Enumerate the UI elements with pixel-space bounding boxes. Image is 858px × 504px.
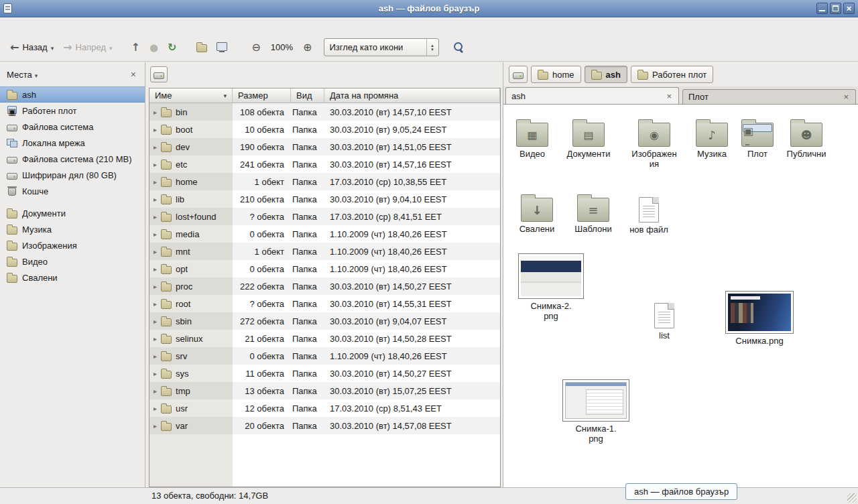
expander-icon[interactable] [154, 335, 157, 342]
sidebar-place-item[interactable]: Свалени [0, 269, 145, 286]
expander-icon[interactable] [154, 248, 157, 255]
combo-spinner-icon[interactable] [426, 39, 438, 56]
forward-history-caret-icon[interactable] [109, 42, 113, 52]
table-row[interactable]: etc 241 обекта Папка 30.03.2010 (вт) 14,… [149, 155, 500, 173]
table-row[interactable]: opt 0 обекта Папка 1.10.2009 (чт) 18,40,… [149, 260, 500, 277]
table-row[interactable]: usr 12 обекта Папка 17.03.2010 (ср) 8,51… [149, 399, 500, 417]
stop-button[interactable] [145, 38, 163, 58]
file-item[interactable]: Плот [731, 117, 784, 160]
file-item[interactable]: Снимка-1.png [561, 379, 631, 444]
file-item[interactable]: Видео [505, 117, 559, 160]
breadcrumb-button[interactable]: home [531, 66, 581, 83]
table-row[interactable]: dev 190 обекта Папка 30.03.2010 (вт) 14,… [149, 138, 500, 155]
expander-icon[interactable] [154, 161, 157, 168]
table-row[interactable]: var 20 обекта Папка 30.03.2010 (вт) 14,5… [149, 417, 500, 434]
table-row[interactable]: lost+found ? обекта Папка 17.03.2010 (ср… [149, 208, 500, 225]
file-item[interactable]: Изображения [627, 117, 681, 170]
tab-close-icon[interactable] [842, 92, 850, 101]
forward-button[interactable]: Напред [58, 37, 117, 58]
sidebar-place-item[interactable]: Документи [0, 205, 145, 221]
computer-button[interactable] [212, 38, 233, 56]
tab[interactable]: Плот [682, 89, 856, 104]
sidebar-place-item[interactable]: Работен плот [0, 103, 145, 119]
file-item[interactable]: Публични [780, 117, 833, 160]
table-row[interactable]: sys 11 обекта Папка 30.03.2010 (вт) 14,5… [149, 365, 500, 382]
root-crumb-button[interactable] [509, 66, 528, 83]
back-button[interactable]: Назад [5, 37, 58, 58]
expander-icon[interactable] [154, 143, 157, 151]
titlebar[interactable]: ash — файлов браузър [0, 0, 858, 17]
table-row[interactable]: root ? обекта Папка 30.03.2010 (вт) 14,5… [149, 295, 500, 312]
expander-icon[interactable] [154, 265, 157, 273]
sidebar-place-item[interactable]: Файлова система (210 MB) [0, 151, 145, 167]
sidebar-place-item[interactable]: Файлова система [0, 119, 145, 135]
tab-close-icon[interactable] [665, 92, 673, 101]
file-item[interactable]: нов файл [622, 193, 676, 235]
column-header-type[interactable]: Вид [291, 88, 324, 103]
table-row[interactable]: bin 108 обекта Папка 30.03.2010 (вт) 14,… [149, 103, 500, 121]
table-row[interactable]: mnt 1 обект Папка 1.10.2009 (чт) 18,40,2… [149, 243, 500, 260]
file-item[interactable]: Свалени [510, 192, 564, 235]
menu-item[interactable] [44, 23, 57, 27]
table-row[interactable]: srv 0 обекта Папка 1.10.2009 (чт) 18,40,… [149, 347, 500, 365]
sidebar-place-item[interactable]: Видео [0, 253, 145, 269]
table-row[interactable]: selinux 21 обекта Папка 30.03.2010 (вт) … [149, 330, 500, 347]
expander-icon[interactable] [154, 109, 157, 116]
table-row[interactable]: boot 10 обекта Папка 30.03.2010 (вт) 9,0… [149, 121, 500, 138]
menu-item[interactable] [17, 23, 30, 27]
menu-item[interactable] [70, 23, 84, 27]
table-row[interactable]: proc 222 обекта Папка 30.03.2010 (вт) 14… [149, 277, 500, 295]
expander-icon[interactable] [154, 422, 157, 430]
table-row[interactable]: media 0 обекта Папка 1.10.2009 (чт) 18,4… [149, 225, 500, 243]
sidebar-place-item[interactable]: Музика [0, 221, 145, 237]
view-mode-combo[interactable]: Изглед като икони [324, 38, 439, 56]
expander-icon[interactable] [154, 196, 157, 203]
expander-icon[interactable] [154, 283, 157, 290]
sidebar-place-item[interactable]: Изображения [0, 237, 145, 253]
expander-icon[interactable] [154, 370, 157, 377]
close-button[interactable] [843, 3, 855, 14]
tab[interactable]: ash [505, 87, 679, 104]
column-header-size[interactable]: Размер [233, 88, 291, 103]
expander-icon[interactable] [154, 126, 157, 133]
up-button[interactable] [127, 37, 145, 58]
zoom-out-button[interactable] [247, 37, 265, 58]
sidebar-place-item[interactable]: Шифриран дял (80 GB) [0, 167, 145, 183]
file-item[interactable]: Снимка-2.png [516, 253, 586, 322]
sidebar-close-icon[interactable]: × [129, 69, 138, 80]
menu-item[interactable] [3, 23, 17, 27]
table-row[interactable]: home 1 обект Папка 17.03.2010 (ср) 10,38… [149, 173, 500, 190]
breadcrumb-button[interactable]: ash [585, 66, 627, 83]
sidebar-title[interactable]: Места [7, 70, 32, 80]
column-header-date[interactable]: Дата на промяна [324, 88, 500, 103]
maximize-button[interactable] [830, 3, 841, 14]
file-item[interactable]: list [637, 299, 691, 341]
reload-button[interactable] [163, 37, 181, 58]
minimize-button[interactable] [816, 3, 828, 14]
sidebar-place-item[interactable]: Локална мрежа [0, 135, 145, 151]
expander-icon[interactable] [154, 213, 157, 220]
table-row[interactable]: tmp 13 обекта Папка 30.03.2010 (вт) 15,0… [149, 382, 500, 399]
file-item[interactable]: Шаблони [566, 192, 620, 235]
sidebar-mode-caret-icon[interactable] [35, 70, 38, 80]
expander-icon[interactable] [154, 178, 157, 186]
table-row[interactable]: lib 210 обекта Папка 30.03.2010 (вт) 9,0… [149, 190, 500, 208]
expander-icon[interactable] [154, 405, 157, 412]
search-button[interactable] [439, 38, 469, 57]
back-history-caret-icon[interactable] [51, 42, 54, 52]
breadcrumb-button[interactable]: Работен плот [631, 66, 713, 83]
expander-icon[interactable] [154, 300, 157, 308]
sidebar-place-item[interactable]: ash [0, 86, 145, 103]
menu-item[interactable] [30, 23, 44, 27]
file-item[interactable]: Снимка.png [725, 291, 794, 346]
file-item[interactable]: Документи [562, 117, 615, 160]
expander-icon[interactable] [154, 318, 157, 325]
menu-item[interactable] [57, 23, 70, 27]
sidebar-place-item[interactable]: Кошче [0, 183, 145, 199]
home-button[interactable] [192, 38, 212, 56]
expander-icon[interactable] [154, 231, 157, 238]
zoom-in-button[interactable] [298, 37, 316, 58]
left-pane-location-button[interactable] [150, 66, 168, 82]
column-header-name[interactable]: Име [149, 88, 233, 103]
expander-icon[interactable] [154, 387, 157, 395]
